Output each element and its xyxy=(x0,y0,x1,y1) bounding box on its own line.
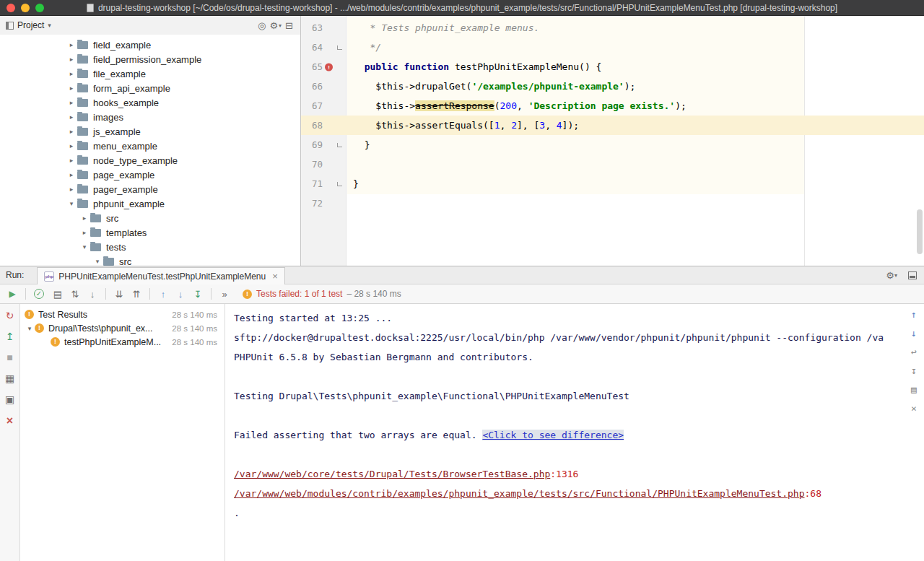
editor-line[interactable]: 71} xyxy=(301,174,924,193)
hide-panel-button[interactable] xyxy=(908,271,917,279)
chevron-right-icon[interactable]: ▸ xyxy=(79,214,90,222)
project-tree-item[interactable]: ▸js_example xyxy=(0,124,300,139)
collapse-all-button[interactable]: ⇈ xyxy=(128,289,144,300)
show-passed-button[interactable]: ✓ xyxy=(34,289,44,299)
project-tree-item[interactable]: ▸menu_example xyxy=(0,139,300,153)
line-number[interactable]: 65 xyxy=(301,61,323,72)
chevron-right-icon[interactable]: ▸ xyxy=(66,142,77,149)
close-tab-icon[interactable]: × xyxy=(272,271,278,282)
restore-layout-button[interactable]: ▦ xyxy=(4,373,17,384)
chevron-down-icon[interactable]: ▾ xyxy=(25,325,35,332)
chevron-down-icon[interactable]: ▾ xyxy=(48,22,51,29)
print-button[interactable]: ▤ xyxy=(908,385,920,395)
previous-failed-test-button[interactable]: ↑ xyxy=(908,310,920,320)
next-occurrence-button[interactable]: ↓ xyxy=(173,289,188,300)
editor-line[interactable]: 67 $this->assertResponse(200, 'Descripti… xyxy=(301,96,924,116)
line-number[interactable]: 64 xyxy=(301,42,323,53)
project-tree-item[interactable]: ▸file_example xyxy=(0,66,300,81)
chevron-right-icon[interactable]: ▸ xyxy=(66,41,77,48)
chevron-down-icon[interactable]: ▾ xyxy=(66,200,77,207)
project-tree-item[interactable]: ▸node_type_example xyxy=(0,153,300,168)
locate-file-button[interactable]: ◎ xyxy=(258,20,266,31)
collapse-all-button[interactable]: ⊟ xyxy=(285,20,293,31)
line-number[interactable]: 68 xyxy=(301,120,323,131)
editor-line[interactable]: 63 * Tests phpunit_example menus. xyxy=(301,18,924,38)
sort-alphabetically-button[interactable]: ⇅ xyxy=(67,289,83,300)
project-tree-item[interactable]: ▸hooks_example xyxy=(0,95,300,110)
rerun-failed-tests-button[interactable]: ↻ xyxy=(4,310,17,321)
chevron-down-icon[interactable]: ▾ xyxy=(92,258,103,265)
project-panel-title[interactable]: Project xyxy=(17,20,44,30)
previous-occurrence-button[interactable]: ↑ xyxy=(155,289,171,300)
line-number[interactable]: 63 xyxy=(301,22,323,33)
line-number[interactable]: 71 xyxy=(301,178,323,189)
minimize-window-button[interactable] xyxy=(21,4,30,12)
diff-link[interactable]: <Click to see difference> xyxy=(482,430,624,440)
console[interactable]: Testing started at 13:25 ...sftp://docke… xyxy=(225,304,924,561)
toggle-auto-test-button[interactable]: ↥ xyxy=(4,331,17,342)
chevron-right-icon[interactable]: ▸ xyxy=(66,56,77,63)
run-settings-button[interactable]: ⚙▾ xyxy=(886,270,897,281)
sort-by-duration-button[interactable]: ↓ xyxy=(84,289,100,300)
stop-button[interactable]: ■ xyxy=(4,352,17,363)
test-tree-item[interactable]: !Test Results28 s 140 ms xyxy=(20,308,225,321)
project-tree-item[interactable]: ▸templates xyxy=(0,225,300,240)
project-tree-item[interactable]: ▸pager_example xyxy=(0,182,300,196)
test-tree-item[interactable]: !testPhpUnitExampleM...28 s 140 ms xyxy=(20,335,225,349)
more-actions-button[interactable]: » xyxy=(217,289,232,300)
fold-marker-icon[interactable] xyxy=(337,143,342,147)
file-link[interactable]: /var/www/web/modules/contrib/examples/ph… xyxy=(234,488,805,499)
editor-line[interactable]: 72 xyxy=(301,193,924,213)
fold-marker-icon[interactable] xyxy=(337,45,342,50)
editor-line[interactable]: 64 */ xyxy=(301,38,924,57)
line-ref[interactable]: :68 xyxy=(805,488,821,499)
run-tab[interactable]: php PHPUnitExampleMenuTest.testPhpUnitEx… xyxy=(37,267,284,284)
next-failed-test-button[interactable]: ↓ xyxy=(908,329,920,339)
chevron-right-icon[interactable]: ▸ xyxy=(66,157,77,164)
project-tree-item[interactable]: ▸page_example xyxy=(0,168,300,182)
chevron-right-icon[interactable]: ▸ xyxy=(66,128,77,135)
fold-marker-icon[interactable] xyxy=(337,182,342,186)
test-failed-icon[interactable]: ! xyxy=(325,63,333,71)
test-tree-item[interactable]: ▾!Drupal\Tests\phpunit_ex...28 s 140 ms xyxy=(20,321,225,335)
rerun-button[interactable]: ▶ xyxy=(4,289,20,299)
project-tree-item[interactable]: ▸field_example xyxy=(0,38,300,52)
chevron-right-icon[interactable]: ▸ xyxy=(66,186,77,193)
editor-line[interactable]: 68 $this->assertEquals([1, 2], [3, 4]); xyxy=(301,116,924,135)
show-ignored-button[interactable]: ▤ xyxy=(50,289,66,300)
line-ref[interactable]: :1316 xyxy=(550,469,578,479)
chevron-right-icon[interactable]: ▸ xyxy=(66,171,77,178)
chevron-right-icon[interactable]: ▸ xyxy=(66,84,77,92)
chevron-right-icon[interactable]: ▸ xyxy=(66,70,77,77)
maximize-window-button[interactable] xyxy=(35,4,44,12)
project-tree-item[interactable]: ▾src xyxy=(0,254,300,266)
line-number[interactable]: 70 xyxy=(301,159,323,170)
clear-all-button[interactable]: × xyxy=(908,404,920,414)
line-number[interactable]: 69 xyxy=(301,139,323,150)
line-number[interactable]: 67 xyxy=(301,100,323,111)
chevron-down-icon[interactable]: ▾ xyxy=(79,243,90,251)
pin-tab-button[interactable]: ▣ xyxy=(4,394,17,405)
code-editor[interactable]: 63 * Tests phpunit_example menus.64 */65… xyxy=(301,16,924,266)
file-link[interactable]: /var/www/web/core/tests/Drupal/Tests/Bro… xyxy=(234,469,550,479)
scroll-to-end-button[interactable]: ↧ xyxy=(908,366,920,376)
editor-line[interactable]: 66 $this->drupalGet('/examples/phpunit-e… xyxy=(301,77,924,96)
project-tree-item[interactable]: ▾tests xyxy=(0,240,300,254)
close-panel-button[interactable]: × xyxy=(4,415,17,426)
expand-all-button[interactable]: ⇊ xyxy=(111,289,127,300)
line-number[interactable]: 66 xyxy=(301,81,323,92)
soft-wrap-button[interactable]: ↩ xyxy=(908,347,920,357)
project-tree-item[interactable]: ▸src xyxy=(0,211,300,225)
project-tree-item[interactable]: ▸field_permission_example xyxy=(0,52,300,66)
chevron-right-icon[interactable]: ▸ xyxy=(66,113,77,121)
editor-line[interactable]: 69 } xyxy=(301,135,924,155)
editor-scrollbar[interactable] xyxy=(917,209,923,254)
project-tree-item[interactable]: ▸images xyxy=(0,110,300,124)
editor-line[interactable]: 65! public function testPhpUnitExampleMe… xyxy=(301,57,924,77)
chevron-right-icon[interactable]: ▸ xyxy=(66,99,77,106)
project-settings-button[interactable]: ⚙▾ xyxy=(269,20,282,31)
close-window-button[interactable] xyxy=(6,4,15,12)
project-tree-item[interactable]: ▸form_api_example xyxy=(0,81,300,95)
line-number[interactable]: 72 xyxy=(301,198,323,209)
project-tree-item[interactable]: ▾phpunit_example xyxy=(0,196,300,211)
